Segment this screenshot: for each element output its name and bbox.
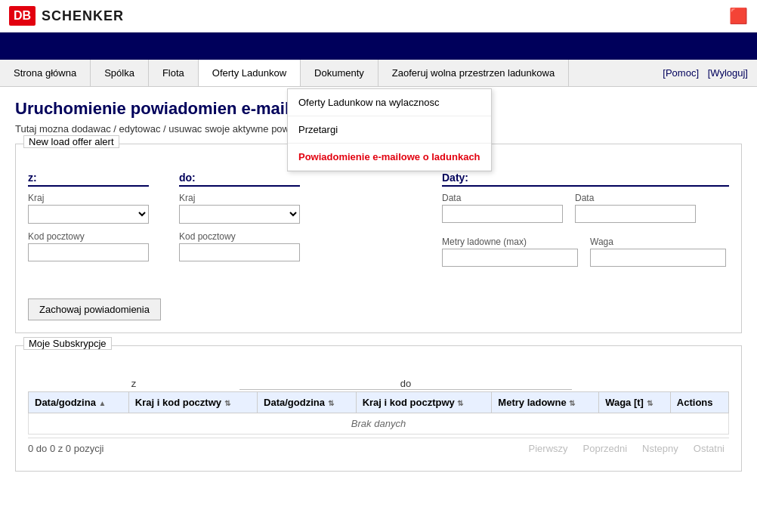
dropdown-przetargi[interactable]: Przetargi: [288, 116, 491, 144]
pagination: 0 do 0 z 0 pozycji Pierwszy Poprzedni Ns…: [28, 438, 729, 459]
from-title: z:: [28, 172, 149, 187]
sort-icon-metry: ⇅: [569, 399, 575, 407]
table-wrapper: z do Data/godzina ▲ Kraj i kod pocztwy ⇅: [28, 373, 729, 459]
no-data-row: Brak danych: [29, 413, 729, 435]
nav-strona-glowna[interactable]: Strona główna: [0, 60, 91, 86]
nav-links: [Pomoc] [Wyloguj]: [653, 60, 757, 86]
subscriptions-section: Moje Subskrypcje z do Data/godzina ▲ Kra…: [15, 345, 742, 472]
date2-label: Data: [575, 193, 696, 203]
group-do: do: [239, 378, 572, 390]
pagination-info: 0 do 0 z 0 pozycji: [28, 443, 104, 454]
col-data-godzina-z[interactable]: Data/godzina ▲: [29, 392, 129, 413]
logo-area: DB SCHENKER: [9, 6, 124, 26]
metry-input[interactable]: [442, 249, 578, 267]
sort-icon-waga: ⇅: [647, 399, 653, 407]
date2-input[interactable]: [575, 205, 696, 223]
date1-group: Data: [442, 193, 563, 223]
btn-pierwszy[interactable]: Pierwszy: [524, 441, 573, 456]
sort-icon-do: ⇅: [328, 399, 334, 407]
from-country-label: Kraj: [28, 193, 149, 203]
dates-title: Daty:: [442, 172, 729, 187]
to-col: do: Kraj Kod pocztowy: [179, 172, 300, 280]
sort-icon-do2: ⇅: [457, 399, 463, 407]
oferty-dropdown: Oferty Ladunkow na wylacznosc Przetargi …: [287, 88, 492, 172]
waga-input[interactable]: [590, 249, 726, 267]
from-col: z: Kraj Kod pocztowy: [28, 172, 149, 280]
form-fields-row: z: Kraj Kod pocztowy do: Kraj: [28, 172, 729, 280]
col-kraj-kod-z[interactable]: Kraj i kod pocztwy ⇅: [128, 392, 257, 413]
top-nav-bar: [0, 32, 757, 60]
btn-poprzedni[interactable]: Poprzedni: [579, 441, 632, 456]
pagination-buttons: Pierwszy Poprzedni Nstepny Ostatni: [524, 441, 729, 456]
to-postal-label: Kod pocztowy: [179, 231, 300, 242]
from-postal-input[interactable]: [28, 243, 149, 261]
new-alert-label[interactable]: New load offer alert: [23, 135, 119, 148]
subscriptions-label: Moje Subskrypcje: [23, 337, 112, 350]
metry-label: Metry ladowne (max): [442, 237, 578, 247]
date1-input[interactable]: [442, 205, 563, 223]
dates-col: Daty: Data Data Metry ladowne (max): [442, 172, 729, 280]
from-country-group: Kraj: [28, 193, 149, 224]
save-button[interactable]: Zachowaj powiadomienia: [28, 298, 161, 320]
nav-oferty-ladunkow[interactable]: Oferty Ladunkow: [199, 60, 301, 86]
group-headers: z do: [28, 373, 729, 391]
date2-group: Data: [575, 193, 696, 223]
to-country-select[interactable]: [179, 205, 300, 224]
group-z: z: [28, 378, 239, 390]
from-postal-label: Kod pocztowy: [28, 231, 149, 242]
nav-spolka[interactable]: Spólka: [91, 60, 149, 86]
sort-icon-z2: ⇅: [224, 399, 230, 407]
header: DB SCHENKER 🟥: [0, 0, 757, 32]
main-nav: Strona główna Spólka Flota Oferty Ladunk…: [0, 60, 757, 87]
col-data-godzina-do[interactable]: Data/godzina ⇅: [258, 392, 357, 413]
nav-zaoferuj[interactable]: Zaoferuj wolna przestrzen ladunkowa: [378, 60, 569, 86]
to-country-group: Kraj: [179, 193, 300, 224]
from-postal-group: Kod pocztowy: [28, 231, 149, 261]
to-country-label: Kraj: [179, 193, 300, 203]
subscriptions-table: Data/godzina ▲ Kraj i kod pocztwy ⇅ Data…: [28, 391, 729, 435]
waga-label: Waga: [590, 237, 726, 247]
flag-icon: 🟥: [729, 7, 748, 25]
wyloguj-link[interactable]: [Wyloguj]: [708, 67, 748, 79]
schenker-logo: SCHENKER: [42, 8, 124, 24]
sort-icon-z: ▲: [99, 399, 107, 407]
from-country-select[interactable]: [28, 205, 149, 224]
to-title: do:: [179, 172, 300, 187]
btn-nstepny[interactable]: Nstepny: [638, 441, 683, 456]
metry-group: Metry ladowne (max): [442, 237, 578, 267]
dropdown-powiadomienie[interactable]: Powiadomienie e-mailowe o ladunkach: [288, 144, 491, 171]
pomoc-link[interactable]: [Pomoc]: [663, 67, 699, 79]
col-kraj-kod-do[interactable]: Kraj i kod pocztpwy ⇅: [356, 392, 492, 413]
waga-group: Waga: [590, 237, 726, 267]
extra-fields-row: Metry ladowne (max) Waga: [442, 237, 729, 274]
to-postal-input[interactable]: [179, 243, 300, 261]
btn-ostatni[interactable]: Ostatni: [689, 441, 729, 456]
date-fields-row: Data Data: [442, 193, 729, 230]
db-logo: DB: [9, 6, 36, 26]
col-metry-ladowne[interactable]: Metry ladowne ⇅: [492, 392, 599, 413]
col-actions: Actions: [670, 392, 728, 413]
no-data-cell: Brak danych: [29, 413, 729, 435]
nav-dokumenty[interactable]: Dokumenty: [301, 60, 378, 86]
dropdown-oferty-na[interactable]: Oferty Ladunkow na wylacznosc: [288, 89, 491, 116]
date1-label: Data: [442, 193, 563, 203]
new-alert-form-section: New load offer alert z: Kraj Kod pocztow…: [15, 144, 742, 333]
to-postal-group: Kod pocztowy: [179, 231, 300, 261]
nav-flota[interactable]: Flota: [149, 60, 199, 86]
col-waga[interactable]: Waga [t] ⇅: [599, 392, 671, 413]
